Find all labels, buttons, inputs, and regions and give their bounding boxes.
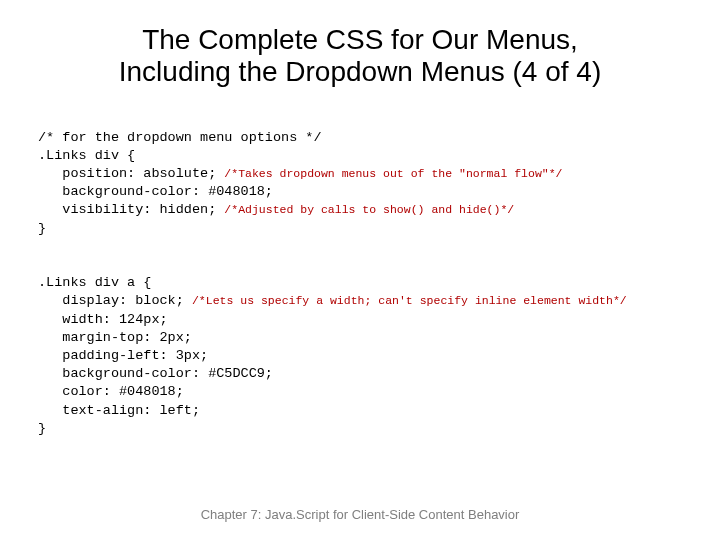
slide-footer: Chapter 7: Java.Script for Client-Side C… <box>0 507 720 522</box>
code-comment: /*Adjusted by calls to show() and hide()… <box>224 203 514 216</box>
code-line: padding-left: 3px; <box>38 348 208 363</box>
code-line: margin-top: 2px; <box>38 330 192 345</box>
title-line-1: The Complete CSS for Our Menus, <box>142 24 578 55</box>
code-line: /* for the dropdown menu options */ <box>38 130 322 145</box>
code-line: .Links div a { <box>38 275 151 290</box>
code-block-1: /* for the dropdown menu options */ .Lin… <box>38 129 700 238</box>
code-line: } <box>38 221 46 236</box>
code-line: display: block; <box>38 293 192 308</box>
code-line: background-color: #C5DCC9; <box>38 366 273 381</box>
code-comment: /*Takes dropdown menus out of the "norma… <box>224 167 562 180</box>
code-comment: /*Lets us specify a width; can't specify… <box>192 294 627 307</box>
footer-text: Chapter 7: Java.Script for Client-Side C… <box>201 507 520 522</box>
code-line: visibility: hidden; <box>38 202 224 217</box>
code-line: } <box>38 421 46 436</box>
title-line-2: Including the Dropdown Menus (4 of 4) <box>119 56 602 87</box>
code-area: /* for the dropdown menu options */ .Lin… <box>0 88 720 474</box>
code-line: width: 124px; <box>38 312 168 327</box>
slide: The Complete CSS for Our Menus, Includin… <box>0 0 720 540</box>
code-line: text-align: left; <box>38 403 200 418</box>
code-line: color: #048018; <box>38 384 184 399</box>
slide-title: The Complete CSS for Our Menus, Includin… <box>0 0 720 88</box>
code-block-2: .Links div a { display: block; /*Lets us… <box>38 274 700 438</box>
code-line: .Links div { <box>38 148 135 163</box>
code-line: position: absolute; <box>38 166 224 181</box>
code-line: background-color: #048018; <box>38 184 273 199</box>
